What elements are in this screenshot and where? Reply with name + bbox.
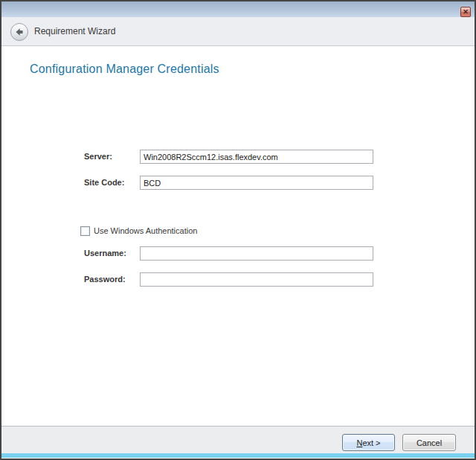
next-button-label: Next > — [356, 438, 380, 447]
server-field[interactable] — [140, 150, 373, 164]
site-code-label: Site Code: — [84, 178, 124, 187]
cancel-button[interactable]: Cancel — [402, 434, 456, 451]
username-label: Username: — [84, 249, 126, 258]
password-label: Password: — [84, 275, 126, 284]
password-field[interactable] — [140, 272, 373, 287]
cancel-button-label: Cancel — [416, 438, 442, 447]
windows-auth-checkbox[interactable] — [80, 226, 90, 236]
bottom-accent-strip — [1, 453, 475, 458]
wizard-header: Requirement Wizard — [1, 17, 475, 46]
site-code-field[interactable] — [140, 176, 373, 190]
wizard-window: ✕ Requirement Wizard Configuration Manag… — [0, 0, 476, 460]
username-field[interactable] — [140, 246, 373, 261]
wizard-title: Requirement Wizard — [34, 17, 115, 45]
close-button[interactable]: ✕ — [460, 7, 471, 17]
next-button[interactable]: Next > — [342, 434, 395, 451]
back-button[interactable] — [10, 23, 28, 41]
page-title: Configuration Manager Credentials — [30, 63, 219, 76]
server-label: Server: — [84, 152, 112, 161]
title-bar: ✕ — [1, 1, 475, 17]
back-arrow-icon — [14, 27, 25, 37]
windows-auth-label: Use Windows Authentication — [94, 226, 197, 235]
close-icon: ✕ — [463, 9, 469, 16]
